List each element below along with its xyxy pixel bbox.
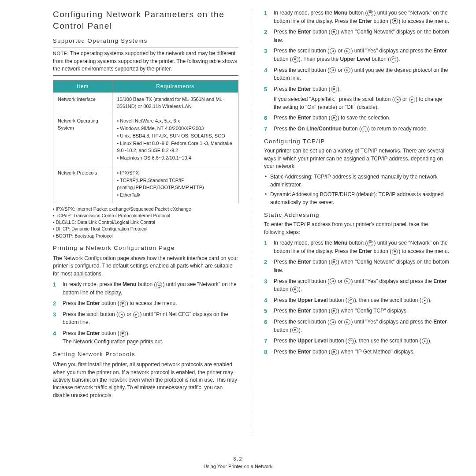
step: Press the Enter button (✱) when "Config … [264, 307, 450, 315]
enter-icon: ✱ [120, 301, 126, 307]
rule [53, 48, 238, 48]
step: Press the Upper Level button (↶), then u… [264, 337, 450, 345]
column-divider [251, 9, 252, 441]
requirements-table: Item Requirements Network Interface 10/1… [53, 80, 238, 203]
step: Press the scroll button (◂ or ▸) until y… [264, 66, 450, 82]
cell-req: Novell NetWare 4.x, 5.x, 6.x Windows 98/… [112, 114, 238, 166]
page-number: 8.2 [233, 456, 242, 461]
list-item: EtherTalk [117, 192, 234, 199]
step: Press the scroll button (◂ or ▸) until "… [264, 47, 450, 63]
note-paragraph: NOTE: The operating systems supported by… [53, 50, 238, 73]
step: Press the scroll button (◂ or ▸) until "… [264, 277, 450, 294]
step: Press the On Line/Continue button (⋯) to… [264, 125, 450, 133]
list-item: Unix, BSD4.3, HP-UX, SUN OS, SOLARIS, SC… [117, 133, 234, 140]
enter-icon: ✱ [292, 286, 298, 293]
rule [53, 75, 238, 76]
step: Press the Enter button (✱).The Network C… [53, 329, 238, 346]
table-row: Network Interface 10/100 Base-TX (standa… [53, 93, 238, 114]
menu-icon: ☰ [367, 10, 373, 16]
scroll-right-icon: ▸ [344, 319, 350, 325]
subhead-print-config: Printing a Network Configuration Page [53, 245, 238, 251]
step: Press the Enter button (✱) to save the s… [264, 114, 450, 122]
scroll-right-icon: ▸ [422, 338, 428, 344]
cell-item: Network Protocols [53, 166, 112, 203]
static-steps: In ready mode, press the Menu button (☰)… [264, 239, 450, 356]
enter-icon: ✱ [292, 56, 298, 63]
right-column: In ready mode, press the Menu button (☰)… [264, 9, 450, 441]
step: Press the scroll button (◂ or ▸) until "… [264, 318, 450, 334]
enter-icon: ✱ [292, 327, 298, 333]
scroll-right-icon: ▸ [133, 312, 139, 318]
subhead-supported-os: Supported Operating Systems [53, 37, 238, 44]
footnote: TCP/IP: Transmission Control Protocol/In… [53, 212, 238, 219]
page-footer: 8.2 Using Your Printer on a Network [0, 455, 476, 470]
cell-item: Network Interface [53, 93, 112, 114]
th-req: Requirements [112, 81, 238, 93]
menu-icon: ☰ [367, 240, 373, 246]
step: Press the Enter button (✱) when "Config … [264, 258, 450, 274]
scroll-left-icon: ◂ [330, 67, 336, 73]
subhead-static: Static Addressing [264, 212, 450, 218]
scroll-left-icon: ◂ [119, 312, 125, 318]
subhead-set-protocols: Setting Network Protocols [53, 351, 238, 357]
menu-icon: ☰ [156, 282, 162, 288]
list-item: Novell NetWare 4.x, 5.x, 6.x [117, 118, 234, 125]
list-item: Linux Red Hat 8.0~9.0, Fedora Core 1~3, … [117, 140, 234, 154]
bullet: Dynamic Addressing BOOTP/DHCP (default):… [264, 190, 450, 206]
footnote: DLC/LLC: Data Link Control/Logical Link … [53, 219, 238, 226]
table-row: Network Operating System Novell NetWare … [53, 114, 238, 166]
static-intro: To enter the TCP/IP address from your pr… [264, 221, 450, 236]
footnote: IPX/SPX: Internet Packet exchange/Sequen… [53, 206, 238, 212]
step: Press the Enter button (✱) when "Config … [264, 28, 450, 44]
proto-text: When you first install the printer, all … [53, 361, 238, 399]
enter-icon: ✱ [331, 86, 337, 93]
scroll-right-icon: ▸ [409, 97, 415, 103]
footnote: BOOTP: Bootstrap Protocol [53, 233, 238, 239]
step: In ready mode, press the Menu button (☰)… [264, 9, 450, 25]
step: Press the scroll button (◂ or ▸) until "… [53, 310, 238, 327]
tcp-intro: Your printer can be set up on a variety … [264, 147, 450, 170]
note-text: : The operating systems supported by the… [53, 50, 237, 72]
enter-icon: ✱ [392, 18, 398, 24]
enter-icon: ✱ [331, 308, 337, 314]
footnote: DHCP: Dynamic Host Configuration Protoco… [53, 226, 238, 232]
scroll-right-icon: ▸ [344, 67, 350, 73]
cell-req: IPX/SPX TCP/IP(LPR,Standard TCP/IP print… [112, 166, 238, 203]
list-item: Windows 98/Me, NT 4.0/2000/XP/2003 [117, 125, 234, 132]
step: Press the Enter button (✱) to access the… [53, 299, 238, 308]
enter-icon: ✱ [331, 349, 337, 355]
list-item: TCP/IP(LPR,Standard TCP/IP printing,IPP,… [117, 177, 234, 191]
th-item: Item [53, 81, 112, 93]
upper-level-icon: ↶ [390, 56, 396, 63]
step: Press the Enter button (✱) when "IP Get … [264, 348, 450, 356]
list-item: Macintosh OS 8.6~9.2/10.1~10.4 [117, 155, 234, 162]
print-steps: In ready mode, press the Menu button (☰)… [53, 280, 238, 346]
tcp-bullets: Static Addressing: TCP/IP address is ass… [264, 173, 450, 206]
proto-steps: In ready mode, press the Menu button (☰)… [264, 9, 450, 133]
upper-level-icon: ↶ [348, 298, 354, 304]
list-item: IPX/SPX [117, 170, 234, 177]
cell-req: 10/100 Base-TX (standard for ML-3561N an… [112, 93, 238, 114]
subhead-config-tcp: Configuring TCP/IP [264, 138, 450, 145]
scroll-left-icon: ◂ [330, 48, 336, 54]
cell-item: Network Operating System [53, 114, 112, 166]
bullet: Static Addressing: TCP/IP address is ass… [264, 173, 450, 189]
page-content: Configuring Network Parameters on the Co… [53, 9, 450, 441]
step: In ready mode, press the Menu button (☰)… [264, 239, 450, 255]
scroll-left-icon: ◂ [330, 278, 336, 284]
scroll-left-icon: ◂ [330, 319, 336, 325]
scroll-right-icon: ▸ [344, 278, 350, 284]
scroll-right-icon: ▸ [422, 298, 428, 304]
scroll-left-icon: ◂ [394, 97, 401, 103]
footer-title: Using Your Printer on a Network [204, 464, 273, 469]
appletalk-note: If you selected "AppleTalk," press the s… [274, 96, 450, 111]
print-intro: The Network Configuration page shows how… [53, 255, 238, 278]
online-icon: ⋯ [361, 126, 368, 132]
enter-icon: ✱ [331, 29, 337, 35]
enter-icon: ✱ [331, 115, 337, 121]
left-column: Configuring Network Parameters on the Co… [53, 9, 238, 441]
enter-icon: ✱ [120, 331, 126, 337]
step: Press the Upper Level button (↶), then u… [264, 296, 450, 305]
step: Press the Enter button (✱). If you selec… [264, 85, 450, 111]
step: In ready mode, press the Menu button (☰)… [53, 280, 238, 297]
